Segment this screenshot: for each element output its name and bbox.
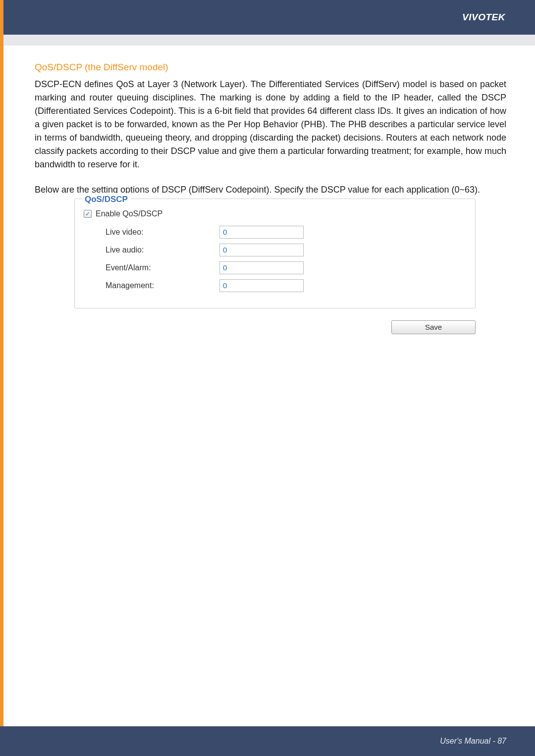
event-alarm-input[interactable] <box>219 261 304 274</box>
field-row-live-audio: Live audio: <box>106 244 466 256</box>
footer-text: User's Manual - 87 <box>440 737 506 746</box>
enable-qos-checkbox-row[interactable]: ✓ Enable QoS/DSCP <box>84 208 466 220</box>
dscp-fields: Live video: Live audio: Event/Alarm: Man… <box>84 226 466 292</box>
field-row-event-alarm: Event/Alarm: <box>106 261 466 274</box>
field-label: Management: <box>106 280 219 292</box>
save-button[interactable]: Save <box>391 320 476 334</box>
enable-qos-label: Enable QoS/DSCP <box>96 208 162 220</box>
checkbox-icon[interactable]: ✓ <box>84 210 92 218</box>
page-content: QoS/DSCP (the DiffServ model) DSCP-ECN d… <box>0 46 535 334</box>
brand-text: VIVOTEK <box>462 12 505 23</box>
sub-header-band <box>0 35 535 46</box>
field-label: Event/Alarm: <box>106 262 219 274</box>
spacer-left <box>35 197 74 198</box>
management-input[interactable] <box>219 279 304 292</box>
section-title: QoS/DSCP (the DiffServ model) <box>35 60 506 75</box>
body-paragraph-1: DSCP-ECN defines QoS at Layer 3 (Network… <box>35 78 506 171</box>
footer-bar: User's Manual - 87 <box>0 726 535 756</box>
side-accent-bar <box>0 0 3 756</box>
live-video-input[interactable] <box>219 226 304 239</box>
field-row-management: Management: <box>106 279 466 292</box>
field-row-live-video: Live video: <box>106 226 466 239</box>
header-bar: VIVOTEK <box>0 0 535 35</box>
qos-dscp-panel: QoS/DSCP ✓ Enable QoS/DSCP Live video: L… <box>74 199 476 308</box>
live-audio-input[interactable] <box>219 244 304 256</box>
panel-legend: QoS/DSCP <box>82 193 131 206</box>
field-label: Live audio: <box>106 244 219 256</box>
field-label: Live video: <box>106 226 219 238</box>
